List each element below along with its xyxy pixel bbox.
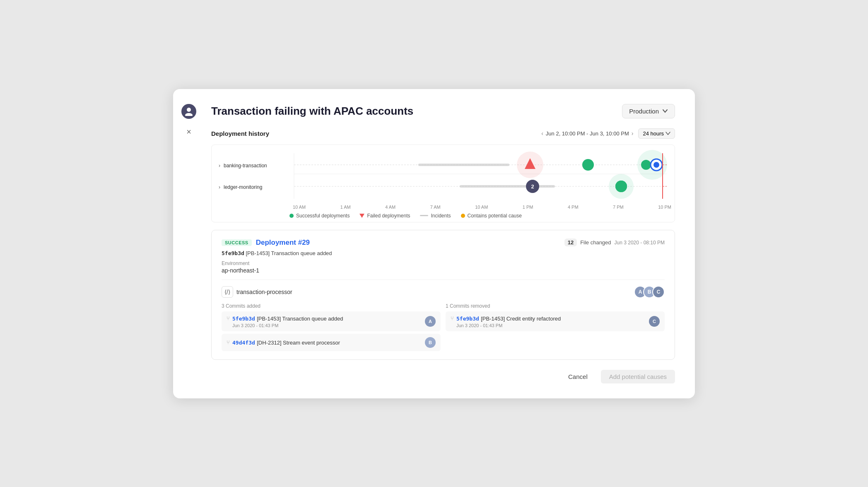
svg-point-15 <box>615 181 627 192</box>
commit-hash-3: 5fe9b3d <box>456 316 479 322</box>
legend-failed: Failed deployments <box>359 213 410 219</box>
modal-container: × Transaction failing with APAC accounts… <box>173 89 695 398</box>
commit-hash-1: 5fe9b3d <box>232 316 255 322</box>
prev-arrow[interactable]: ‹ <box>541 130 543 137</box>
chevron-down-icon <box>662 108 668 114</box>
deployment-history-section: Deployment history ‹ Jun 2, 10:00 PM - J… <box>211 128 675 383</box>
legend-failed-triangle <box>359 214 364 218</box>
card-divider <box>222 280 665 280</box>
contributor-avatars: A B C <box>634 286 665 298</box>
commit-icon-1: ⑂ <box>227 315 230 321</box>
commit-item-added-2: ⑂ 49d4f3d [DH-2312] Stream event process… <box>222 334 441 351</box>
env-value: ap-northeast-1 <box>222 267 665 274</box>
svg-rect-9 <box>460 185 555 188</box>
date-range: ‹ Jun 2, 10:00 PM - Jun 3, 10:00 PM › <box>541 130 633 137</box>
svg-point-1 <box>185 113 193 116</box>
page-title: Transaction failing with APAC accounts <box>211 105 413 118</box>
commits-removed-col: 1 Commits removed ⑂ 5fe9b3d [PB-1453] Cr… <box>446 303 665 351</box>
sidebar: × <box>181 104 196 138</box>
commit-time-3: Jun 3 2020 - 01:43 PM <box>456 323 561 328</box>
svg-point-0 <box>187 108 191 112</box>
commit-avatar-3: C <box>649 316 660 327</box>
success-deploy-1 <box>582 159 594 171</box>
commit-item-added-1: ⑂ 5fe9b3d [PB-1453] Transaction queue ad… <box>222 311 441 331</box>
commit-summary-line: 5fe9b3d [PB-1453] Transaction queue adde… <box>222 250 665 256</box>
env-label: Environment <box>222 260 665 266</box>
deployment-card: SUCCESS Deployment #29 12 File changed J… <box>211 230 675 360</box>
card-file-info: 12 File changed Jun 3 2020 - 08:10 PM <box>564 239 665 246</box>
card-header: SUCCESS Deployment #29 12 File changed J… <box>222 239 665 247</box>
repo-header: ⟨/⟩ transaction-processor A B C <box>222 286 665 298</box>
commits-added-header: 3 Commits added <box>222 303 441 309</box>
status-badge: SUCCESS <box>222 239 252 246</box>
commit-avatar-1: A <box>425 316 436 327</box>
svg-text:2: 2 <box>531 183 534 190</box>
commit-icon-2: ⑂ <box>227 339 230 345</box>
add-potential-causes-button[interactable]: Add potential causes <box>601 370 675 383</box>
card-status: SUCCESS Deployment #29 <box>222 239 310 247</box>
timeline-svg: › banking-transaction › ledger-monitorin… <box>212 149 675 203</box>
row-label-banking: banking-transaction <box>224 163 267 169</box>
next-arrow[interactable]: › <box>632 130 634 137</box>
svg-text:›: › <box>219 184 220 190</box>
time-window-dropdown[interactable]: 24 hours <box>638 128 675 139</box>
section-title: Deployment history <box>211 130 269 137</box>
commit-avatar-2: B <box>425 337 436 348</box>
cancel-button[interactable]: Cancel <box>562 370 594 383</box>
commits-removed-header: 1 Commits removed <box>446 303 665 309</box>
commit-time-1: Jun 3 2020 - 01:43 PM <box>232 323 343 328</box>
footer-actions: Cancel Add potential causes <box>229 370 675 383</box>
deployment-number: Deployment #29 <box>256 239 310 247</box>
repo-icon: ⟨/⟩ <box>222 286 233 298</box>
svg-text:›: › <box>219 163 220 169</box>
row-label-ledger: ledger-monitoring <box>224 184 262 190</box>
svg-point-12 <box>653 162 659 168</box>
repo-section: ⟨/⟩ transaction-processor A B C 3 Commit… <box>222 286 665 351</box>
avatar-3: C <box>652 286 665 298</box>
section-header: Deployment history ‹ Jun 2, 10:00 PM - J… <box>211 128 675 139</box>
legend-potential-cause: Contains potential cause <box>461 213 522 219</box>
page-header: Transaction failing with APAC accounts P… <box>211 104 675 118</box>
avatar <box>181 104 196 119</box>
file-count-badge: 12 <box>564 239 577 246</box>
commits-grid: 3 Commits added ⑂ 5fe9b3d [PB-1453] Tran… <box>222 303 665 351</box>
close-button[interactable]: × <box>183 126 195 138</box>
commits-added-col: 3 Commits added ⑂ 5fe9b3d [PB-1453] Tran… <box>222 303 441 351</box>
legend-potential-cause-dot <box>461 214 465 218</box>
repo-title: ⟨/⟩ transaction-processor <box>222 286 292 298</box>
legend-incidents-line <box>420 215 428 216</box>
svg-rect-8 <box>418 164 509 166</box>
legend-success: Successful deployments <box>289 213 350 219</box>
date-nav: ‹ Jun 2, 10:00 PM - Jun 3, 10:00 PM › 24… <box>541 128 675 139</box>
legend-incidents: Incidents <box>420 213 451 219</box>
commit-item-removed-1: ⑂ 5fe9b3d [PB-1453] Credit entity refact… <box>446 311 665 331</box>
environment-dropdown[interactable]: Production <box>622 104 675 118</box>
time-chevron-icon <box>665 131 670 136</box>
legend-success-dot <box>289 214 294 218</box>
commit-hash-2: 49d4f3d <box>232 340 255 346</box>
x-axis: 10 AM 1 AM 4 AM 7 AM 10 AM 1 PM 4 PM 7 P… <box>289 205 675 210</box>
success-deploy-2 <box>641 160 651 170</box>
timeline-chart: › banking-transaction › ledger-monitorin… <box>211 145 675 222</box>
chart-legend: Successful deployments Failed deployment… <box>212 213 675 219</box>
commit-icon-3: ⑂ <box>451 315 454 321</box>
